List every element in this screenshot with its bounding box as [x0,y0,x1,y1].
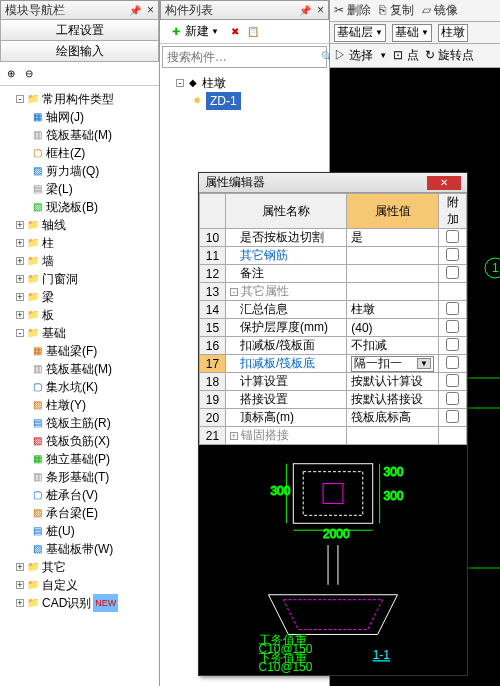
extra-checkbox[interactable] [446,374,459,387]
prop-row[interactable]: 14 汇总信息柱墩 [200,301,467,319]
prop-row[interactable]: 13- 其它属性 [200,283,467,301]
tree-item[interactable]: ▥筏板基础(M) [30,126,157,144]
extra-checkbox[interactable] [446,392,459,405]
tree-item[interactable]: ▧现浇板(B) [30,198,157,216]
tree-jichu[interactable]: 基础 [42,324,66,342]
tree-toggle[interactable]: - [16,95,24,103]
list-root[interactable]: 柱墩 [202,74,226,92]
prop-value[interactable]: 隔一扣一▼ [347,355,439,373]
tree-item[interactable]: ▥筏板基础(M) [30,360,157,378]
extra-checkbox[interactable] [446,266,459,279]
component-tree[interactable]: -📁常用构件类型 ▦轴网(J)▥筏板基础(M)▢框柱(Z)▨剪力墙(Q)▤梁(L… [0,86,159,682]
new-button[interactable]: ✚新建▼ [164,21,224,42]
prop-row[interactable]: 17 扣减板/筏板底隔一扣一▼ [200,355,467,373]
close-icon[interactable]: × [317,3,324,17]
prop-value[interactable]: 是 [347,229,439,247]
prop-row[interactable]: 21+ 锚固搭接 [200,427,467,445]
tab-draw-input[interactable]: 绘图输入 [0,40,159,62]
extra-checkbox[interactable] [446,248,459,261]
prop-row[interactable]: 18 计算设置按默认计算设 [200,373,467,391]
extra-checkbox[interactable] [446,230,459,243]
delete-button[interactable]: ✂ 删除 [334,2,371,19]
extra-checkbox[interactable] [446,338,459,351]
tree-toggle[interactable]: + [16,257,24,265]
tree-category[interactable]: +📁梁 [16,288,157,306]
prop-value[interactable]: 柱墩 [347,301,439,319]
value-dropdown[interactable]: 隔一扣一▼ [351,356,434,372]
tree-item[interactable]: ▨柱墩(Y) [30,396,157,414]
extra-checkbox[interactable] [446,410,459,423]
mirror-button[interactable]: ▱ 镜像 [422,2,458,19]
tree-toggle[interactable]: + [16,311,24,319]
layer-combo-2[interactable]: 基础▼ [392,24,432,42]
property-grid[interactable]: 属性名称 属性值 附加 10 是否按板边切割是11 其它钢筋12 备注13- 其… [199,193,467,445]
tree-toggle[interactable]: + [16,563,24,571]
prop-row[interactable]: 10 是否按板边切割是 [200,229,467,247]
tree-item[interactable]: ▢框柱(Z) [30,144,157,162]
layer-combo-1[interactable]: 基础层▼ [334,24,386,42]
tree-category[interactable]: +📁CAD识别 NEW [16,594,157,612]
section-link[interactable]: 1-1 [373,648,391,662]
tree-item[interactable]: ▤梁(L) [30,180,157,198]
tree-item[interactable]: ▢桩承台(V) [30,486,157,504]
prop-value[interactable] [347,247,439,265]
tree-category[interactable]: +📁轴线 [16,216,157,234]
tree-toggle[interactable]: + [16,221,24,229]
tree-toggle[interactable]: - [16,329,24,337]
select-button[interactable]: ▷ 选择 [334,47,373,64]
tree-toggle[interactable]: + [16,275,24,283]
layer-combo-3[interactable]: 柱墩 [438,24,468,42]
extra-checkbox[interactable] [446,356,459,369]
tree-category[interactable]: +📁自定义 [16,576,157,594]
tree-item[interactable]: ▤筏板主筋(R) [30,414,157,432]
prop-value[interactable] [347,427,439,445]
tree-category[interactable]: +📁其它 [16,558,157,576]
tree-toggle[interactable]: - [176,79,184,87]
tree-item[interactable]: ▤桩(U) [30,522,157,540]
tree-item[interactable]: ▦独立基础(P) [30,450,157,468]
close-icon[interactable]: ✕ [427,176,461,190]
copy-button[interactable]: ⎘ 复制 [379,2,413,19]
close-icon[interactable]: × [147,3,154,17]
collapse-icon[interactable]: ⊖ [22,67,36,81]
tab-project-settings[interactable]: 工程设置 [0,19,159,41]
tree-category[interactable]: +📁墙 [16,252,157,270]
prop-row[interactable]: 11 其它钢筋 [200,247,467,265]
extra-checkbox[interactable] [446,302,459,315]
pin-icon[interactable]: 📌 [299,5,311,16]
prop-value[interactable]: 按默认计算设 [347,373,439,391]
delete-icon[interactable]: ✖ [228,25,242,39]
search-input[interactable] [163,50,321,64]
prop-row[interactable]: 12 备注 [200,265,467,283]
tree-item[interactable]: ▧基础板带(W) [30,540,157,558]
tree-item[interactable]: ▥条形基础(T) [30,468,157,486]
search-box[interactable]: 🔍 [162,46,327,68]
tree-root[interactable]: 常用构件类型 [42,90,114,108]
prop-row[interactable]: 19 搭接设置按默认搭接设 [200,391,467,409]
tree-item[interactable]: ▢集水坑(K) [30,378,157,396]
rotate-button[interactable]: ↻ 旋转点 [425,47,474,64]
tree-category[interactable]: +📁门窗洞 [16,270,157,288]
prop-value[interactable] [347,265,439,283]
tree-toggle[interactable]: + [16,293,24,301]
tree-category[interactable]: +📁板 [16,306,157,324]
tree-category[interactable]: +📁柱 [16,234,157,252]
point-button[interactable]: ⊡ 点 [393,47,418,64]
tree-item[interactable]: ▦基础梁(F) [30,342,157,360]
pin-icon[interactable]: 📌 [129,5,141,16]
tree-toggle[interactable]: + [16,599,24,607]
prop-value[interactable]: (40) [347,319,439,337]
tree-item[interactable]: ▨剪力墙(Q) [30,162,157,180]
tree-item[interactable]: ▦轴网(J) [30,108,157,126]
extra-checkbox[interactable] [446,320,459,333]
tree-toggle[interactable]: + [16,239,24,247]
tree-toggle[interactable]: + [16,581,24,589]
prop-row[interactable]: 15 保护层厚度(mm)(40) [200,319,467,337]
prop-value[interactable]: 不扣减 [347,337,439,355]
expand-icon[interactable]: ⊕ [4,67,18,81]
tree-item[interactable]: ▨承台梁(E) [30,504,157,522]
prop-row[interactable]: 20 顶标高(m)筏板底标高 [200,409,467,427]
prop-value[interactable]: 筏板底标高 [347,409,439,427]
prop-value[interactable] [347,283,439,301]
prop-titlebar[interactable]: 属性编辑器 ✕ [199,173,467,193]
